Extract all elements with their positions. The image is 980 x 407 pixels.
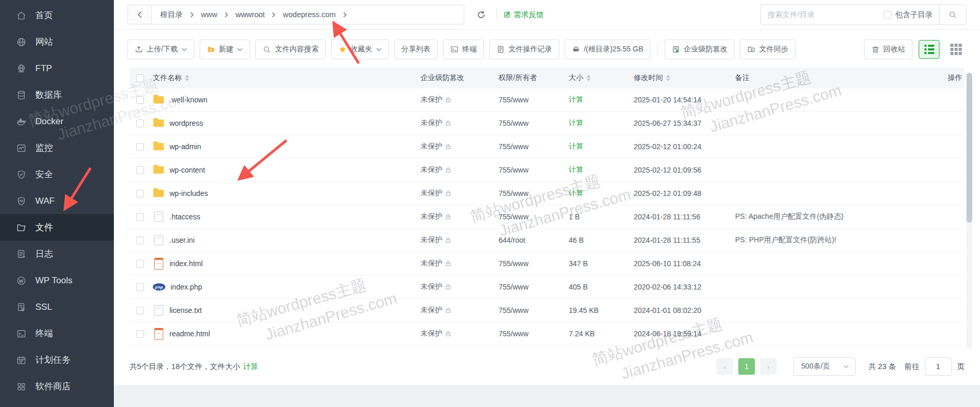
upload-download-button[interactable]: 上传/下载 — [127, 40, 194, 59]
file-name-link[interactable]: wordpress — [169, 119, 203, 127]
sidebar-item-files[interactable]: 文件 — [0, 214, 114, 241]
sidebar-item-terminal[interactable]: 终端 — [0, 320, 114, 347]
file-name-link[interactable]: wp-admin — [169, 142, 201, 151]
page-size-select[interactable]: 500条/页 — [793, 357, 856, 376]
new-button[interactable]: 新建 — [200, 40, 250, 59]
sidebar-item-logs[interactable]: 日志 — [0, 241, 114, 267]
calc-size-link[interactable]: 计算 — [243, 362, 258, 372]
list-view-button[interactable] — [919, 40, 939, 59]
table-body: .well-known未保护755/www计算2025-01-20 14:54:… — [129, 88, 964, 346]
breadcrumb-wwwroot[interactable]: wwwroot — [236, 10, 265, 19]
lock-icon — [445, 260, 451, 267]
grid-view-button[interactable] — [946, 40, 966, 59]
file-icon — [153, 235, 164, 245]
prev-page-button[interactable]: ‹ — [716, 358, 733, 375]
sidebar-item-home[interactable]: 首页 — [0, 2, 114, 29]
search-input[interactable] — [761, 10, 884, 19]
file-name-link[interactable]: index.php — [171, 283, 202, 291]
table-row: phpindex.php未保护755/www405 B2020-02-06 14… — [129, 275, 964, 299]
sidebar-item-panel-settings[interactable]: 面板设置 — [0, 400, 114, 407]
file-name-link[interactable]: license.txt — [169, 306, 202, 314]
content-search-button[interactable]: 文件内容搜索 — [255, 40, 326, 59]
breadcrumb-www[interactable]: www — [201, 10, 217, 19]
file-name-link[interactable]: .well-known — [169, 96, 207, 104]
tamper-status: 未保护 — [421, 235, 442, 245]
search-group: 包含子目录 — [761, 4, 966, 25]
include-subdir-option[interactable]: 包含子目录 — [884, 10, 939, 20]
row-checkbox[interactable] — [136, 237, 144, 244]
disk-usage-button[interactable]: /(根目录)25.55 GB — [565, 40, 650, 59]
sidebar-item-database[interactable]: 数据库 — [0, 82, 114, 108]
file-name-link[interactable]: readme.html — [169, 330, 210, 338]
row-checkbox[interactable] — [136, 190, 144, 198]
certificate-icon — [16, 302, 27, 312]
row-checkbox[interactable] — [136, 120, 144, 127]
folder-icon — [16, 222, 27, 233]
file-name-link[interactable]: wp-includes — [169, 189, 208, 198]
sidebar-item-app-store[interactable]: 软件商店 — [0, 373, 114, 400]
file-size[interactable]: 计算 — [569, 95, 634, 104]
share-list-button[interactable]: 分享列表 — [394, 40, 438, 59]
scrollbar-thumb[interactable] — [966, 73, 972, 222]
next-page-button[interactable]: › — [760, 358, 777, 375]
col-permission: 权限/所有者 — [499, 73, 569, 83]
sidebar-item-waf[interactable]: WAF — [0, 188, 114, 214]
row-checkbox[interactable] — [136, 213, 144, 221]
row-checkbox[interactable] — [136, 307, 144, 314]
sidebar-item-monitor[interactable]: 监控 — [0, 135, 114, 161]
lock-icon — [445, 237, 451, 243]
vertical-scrollbar[interactable] — [966, 73, 972, 349]
file-size[interactable]: 计算 — [569, 165, 634, 175]
file-operations-log-button[interactable]: 文件操作记录 — [489, 40, 559, 59]
row-checkbox[interactable] — [136, 260, 144, 268]
sort-mtime[interactable] — [666, 75, 670, 81]
row-checkbox[interactable] — [136, 96, 144, 104]
sidebar-item-label: 首页 — [35, 9, 53, 21]
favorites-button[interactable]: 收藏夹 — [331, 40, 389, 59]
lock-icon — [445, 143, 451, 150]
terminal-button[interactable]: 终端 — [443, 40, 484, 59]
sidebar-item-sites[interactable]: 网站 — [0, 29, 114, 55]
file-size[interactable]: 计算 — [569, 142, 634, 151]
recycle-bin-button[interactable]: 回收站 — [864, 40, 912, 59]
goto-label: 前往 — [905, 362, 920, 372]
chevron-right-icon — [342, 12, 348, 18]
chevron-right-icon — [189, 12, 195, 18]
row-checkbox[interactable] — [136, 283, 144, 291]
sidebar-item-ssl[interactable]: SSL — [0, 294, 114, 320]
sidebar-item-ftp[interactable]: FTP — [0, 55, 114, 82]
goto-page-input[interactable] — [925, 357, 952, 376]
row-checkbox[interactable] — [136, 166, 144, 174]
file-size[interactable]: 计算 — [569, 119, 634, 128]
row-checkbox[interactable] — [136, 330, 144, 338]
folder-icon — [153, 141, 164, 152]
file-sync-button[interactable]: 文件同步 — [740, 40, 795, 59]
sidebar-item-docker[interactable]: Docker — [0, 108, 114, 135]
refresh-button[interactable] — [472, 5, 490, 24]
sidebar-item-cron[interactable]: 计划任务 — [0, 347, 114, 373]
back-button[interactable] — [128, 5, 152, 24]
remark: PS: PHP用户配置文件(防跨站)! — [735, 235, 915, 245]
breadcrumb-site[interactable]: wodepress.com — [283, 10, 336, 19]
permission-owner: 755/www — [499, 259, 569, 268]
breadcrumb-root[interactable]: 根目录 — [160, 10, 183, 20]
select-all-checkbox[interactable] — [136, 74, 144, 82]
file-name-link[interactable]: wp-content — [169, 166, 205, 174]
file-name-link[interactable]: .htaccess — [169, 213, 200, 221]
sidebar-item-security[interactable]: 安全 — [0, 161, 114, 188]
file-name-link[interactable]: index.html — [169, 259, 203, 268]
feedback-link[interactable]: 需求反馈 — [503, 10, 544, 20]
modified-time: 2025-02-12 01:00:24 — [634, 142, 735, 151]
search-button[interactable] — [939, 5, 966, 24]
file-size[interactable]: 计算 — [569, 189, 634, 198]
include-subdir-checkbox[interactable] — [884, 11, 892, 19]
col-size: 大小 — [569, 73, 583, 83]
row-checkbox[interactable] — [136, 143, 144, 151]
sidebar-item-wp-tools[interactable]: WP Tools — [0, 267, 114, 294]
file-name-link[interactable]: .user.ini — [169, 236, 194, 244]
current-page-button[interactable]: 1 — [738, 358, 755, 375]
globe-icon — [16, 37, 27, 47]
tamper-proof-button[interactable]: 企业级防篡改 — [664, 40, 735, 59]
sort-filename[interactable] — [185, 75, 189, 81]
sort-size[interactable] — [586, 75, 591, 81]
